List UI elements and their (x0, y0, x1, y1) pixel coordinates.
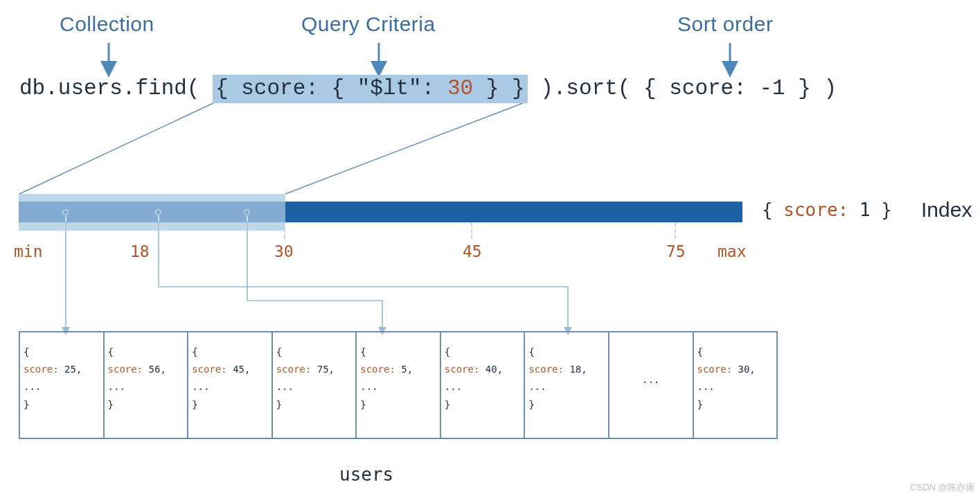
index-entry-circle (62, 209, 69, 215)
code-sort: ).sort( { score: -1 } ) (528, 76, 837, 100)
brace-open: { (445, 344, 521, 361)
watermark: CSDN @陈亦康 (910, 481, 974, 494)
code-db-users-find: db.users.find( (19, 76, 213, 100)
score-line: score: 5, (360, 361, 436, 378)
brace-close: } (24, 396, 100, 413)
document-cell: { score: 40,...} (441, 332, 526, 438)
tick-45: 45 (463, 242, 482, 260)
doc-dots: ... (360, 378, 436, 395)
index-spec: { score: 1 } (762, 199, 892, 220)
doc-dots: ... (276, 378, 353, 395)
index-close: } (881, 199, 892, 220)
index-open: { (762, 199, 783, 220)
score-line: score: 30, (697, 361, 774, 378)
brace-open: { (528, 344, 605, 361)
score-line: score: 40, (445, 361, 521, 378)
index-val: 1 (848, 199, 881, 220)
code-criteria-highlight: { score: { "$lt": 30 } } (213, 75, 528, 103)
score-line: score: 56, (108, 361, 184, 378)
tick-18: 18 (130, 242, 150, 260)
document-cell: { score: 45,...} (188, 332, 273, 438)
document-cell: ... (609, 332, 694, 438)
brace-open: { (192, 344, 268, 361)
brace-open: { (697, 344, 774, 361)
query-code: db.users.find( { score: { "$lt": 30 } } … (0, 75, 845, 103)
brace-close: } (697, 396, 774, 413)
brace-open: { (24, 344, 100, 361)
brace-close: } (445, 396, 521, 413)
score-line: score: 45, (192, 361, 268, 378)
label-collection: Collection (60, 12, 154, 36)
document-cell: { score: 18,...} (525, 332, 609, 438)
score-line: score: 18, (528, 361, 605, 378)
tick-dash (675, 222, 676, 239)
tick-30: 30 (274, 242, 294, 260)
score-line: score: 75, (276, 361, 353, 378)
documents-row: { score: 25,...}{ score: 56,...}{ score:… (19, 331, 778, 439)
svg-line-3 (19, 102, 216, 194)
doc-dots: ... (192, 378, 268, 395)
document-cell: { score: 25,...} (20, 332, 105, 438)
label-sort-order: Sort order (677, 12, 773, 36)
document-cell: { score: 5,...} (357, 332, 441, 438)
tick-75: 75 (666, 242, 686, 260)
index-entry-circle (155, 209, 161, 215)
code-crit-open: { score: { "$lt": (215, 76, 447, 100)
tick-dash (284, 222, 285, 239)
brace-close: } (276, 396, 353, 413)
users-label: users (339, 464, 393, 485)
document-cell: { score: 30,...} (694, 332, 777, 438)
doc-dots: ... (528, 378, 605, 395)
svg-line-4 (285, 102, 526, 194)
code-crit-val: 30 (447, 76, 473, 100)
brace-close: } (360, 396, 436, 413)
tick-max: max (718, 242, 747, 260)
doc-dots: ... (697, 378, 774, 395)
tick-min: min (14, 242, 43, 260)
score-line: score: 25, (24, 361, 100, 378)
label-query-criteria: Query Criteria (301, 12, 436, 36)
index-word: Index (921, 198, 972, 222)
doc-dots: ... (108, 378, 184, 395)
doc-dots: ... (24, 378, 100, 395)
ellipsis: ... (613, 344, 689, 389)
brace-close: } (528, 396, 605, 413)
doc-dots: ... (445, 378, 521, 395)
brace-close: } (108, 396, 184, 413)
brace-open: { (360, 344, 436, 361)
brace-open: { (108, 344, 184, 361)
document-cell: { score: 75,...} (273, 332, 357, 438)
brace-close: } (192, 396, 268, 413)
index-key: score: (783, 199, 848, 220)
tick-dash (471, 222, 472, 239)
brace-open: { (276, 344, 353, 361)
document-cell: { score: 56,...} (105, 332, 189, 438)
index-entry-circle (244, 209, 250, 215)
code-crit-close: } } (473, 76, 524, 100)
